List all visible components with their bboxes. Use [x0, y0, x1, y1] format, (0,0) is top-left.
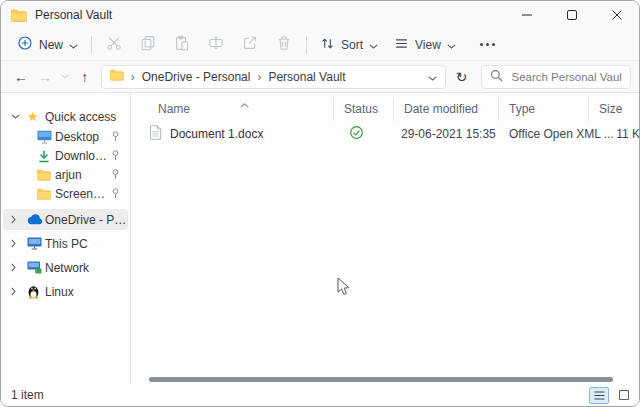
download-arrow-icon [37, 149, 55, 163]
copy-button[interactable] [131, 31, 165, 58]
recent-locations-button[interactable] [57, 65, 73, 89]
navigation-pane: ★ Quick access Desktop Downloads arjun S… [1, 93, 131, 384]
star-icon: ★ [27, 110, 45, 123]
file-name: Document 1.docx [170, 127, 263, 141]
sort-arrows-icon [320, 36, 335, 54]
back-button[interactable]: ← [9, 65, 33, 89]
view-toggles [589, 387, 634, 404]
view-button[interactable]: View [386, 33, 464, 57]
column-header-name[interactable]: Name [131, 97, 333, 121]
paste-button[interactable] [165, 31, 199, 58]
document-file-icon [149, 125, 162, 143]
folder-icon [110, 69, 124, 84]
horizontal-scrollbar-thumb[interactable] [149, 377, 613, 382]
ellipsis-icon [480, 43, 495, 46]
sidebar-item-arjun[interactable]: arjun [3, 165, 128, 184]
chevron-down-icon [369, 38, 378, 52]
rename-button[interactable] [199, 31, 233, 58]
address-dropdown-chevron-icon[interactable] [428, 70, 437, 84]
address-input[interactable]: › OneDrive - Personal › Personal Vault [101, 65, 446, 89]
sidebar-item-quick-access[interactable]: ★ Quick access [3, 106, 128, 127]
content-area: ★ Quick access Desktop Downloads arjun S… [1, 93, 639, 384]
scissors-icon [106, 35, 122, 54]
item-count: 1 item [11, 388, 44, 402]
sort-ascending-caret-icon [240, 97, 249, 111]
sort-button[interactable]: Sort [312, 32, 386, 58]
folder-icon [11, 9, 27, 22]
titlebar: Personal Vault [1, 1, 639, 29]
statusbar: 1 item [1, 384, 639, 406]
share-icon [242, 35, 258, 54]
onedrive-cloud-icon [27, 214, 45, 225]
breadcrumb-separator: › [131, 70, 135, 84]
network-icon [27, 261, 45, 274]
trash-icon [276, 35, 292, 54]
breadcrumb-segment-onedrive[interactable]: OneDrive - Personal [142, 70, 251, 84]
more-options-button[interactable] [472, 39, 503, 50]
sync-status-check-icon [349, 125, 364, 143]
folder-icon [37, 188, 55, 200]
column-header-date-modified[interactable]: Date modified [393, 97, 498, 121]
paste-icon [174, 35, 190, 54]
forward-button[interactable]: → [33, 65, 57, 89]
rename-icon [208, 35, 224, 54]
pin-icon [111, 169, 120, 180]
close-button[interactable] [594, 1, 639, 29]
share-button[interactable] [233, 31, 267, 58]
list-lines-icon [594, 388, 605, 403]
chevron-down-icon[interactable] [11, 114, 27, 119]
chevron-down-icon [69, 38, 78, 52]
command-toolbar: New Sort View [1, 29, 639, 61]
toolbar-separator [91, 36, 92, 54]
window-title: Personal Vault [35, 8, 112, 22]
cut-button[interactable] [97, 31, 131, 58]
sidebar-item-desktop[interactable]: Desktop [3, 127, 128, 146]
maximize-button[interactable] [549, 1, 594, 29]
new-button-label: New [39, 38, 63, 52]
window-controls [504, 1, 639, 29]
circle-plus-icon [17, 35, 33, 54]
list-lines-icon [394, 37, 409, 53]
sidebar-item-this-pc[interactable]: This PC [3, 233, 128, 254]
search-box [481, 65, 631, 89]
delete-button[interactable] [267, 31, 301, 58]
chevron-right-icon[interactable] [11, 287, 27, 296]
details-view-toggle[interactable] [589, 387, 609, 404]
sidebar-item-linux[interactable]: Linux [3, 281, 128, 302]
file-explorer-window: Personal Vault New Sort View [0, 0, 640, 407]
view-button-label: View [415, 38, 441, 52]
breadcrumb-segment-personal-vault[interactable]: Personal Vault [268, 70, 345, 84]
desktop-icon [37, 130, 55, 144]
sort-button-label: Sort [341, 38, 363, 52]
search-input[interactable] [511, 71, 622, 83]
file-date-modified: 29-06-2021 15:35 [393, 127, 498, 141]
copy-icon [140, 35, 156, 54]
column-headers: Name Status Date modified Type Size [131, 97, 639, 121]
refresh-button[interactable]: ↻ [450, 65, 474, 89]
chevron-right-icon[interactable] [11, 263, 27, 272]
up-button[interactable]: ↑ [73, 65, 97, 89]
file-row-document-1[interactable]: Document 1.docx 29-06-2021 15:35 Office … [131, 123, 639, 145]
sidebar-item-screenshots[interactable]: Screenshots [3, 184, 128, 203]
sidebar-item-onedrive-personal[interactable]: OneDrive - Personal [3, 209, 128, 230]
column-header-size[interactable]: Size [588, 97, 639, 121]
minimize-button[interactable] [504, 1, 549, 29]
addressbar: ← → ↑ › OneDrive - Personal › Personal V… [1, 61, 639, 93]
pin-icon [111, 150, 120, 161]
chevron-right-icon[interactable] [11, 215, 27, 224]
sidebar-item-network[interactable]: Network [3, 257, 128, 278]
linux-penguin-icon [27, 284, 45, 299]
breadcrumb-separator: › [257, 70, 261, 84]
pin-icon [111, 188, 120, 199]
sidebar-item-downloads[interactable]: Downloads [3, 146, 128, 165]
file-type: Office Open XML ... [498, 127, 588, 141]
new-button[interactable]: New [9, 31, 86, 58]
icons-view-toggle[interactable] [614, 387, 634, 404]
file-size: 11 KB [588, 127, 639, 141]
chevron-right-icon[interactable] [11, 239, 27, 248]
square-outline-icon [619, 388, 629, 403]
folder-icon [37, 169, 55, 181]
chevron-down-icon [447, 38, 456, 52]
column-header-status[interactable]: Status [333, 97, 393, 121]
column-header-type[interactable]: Type [498, 97, 588, 121]
